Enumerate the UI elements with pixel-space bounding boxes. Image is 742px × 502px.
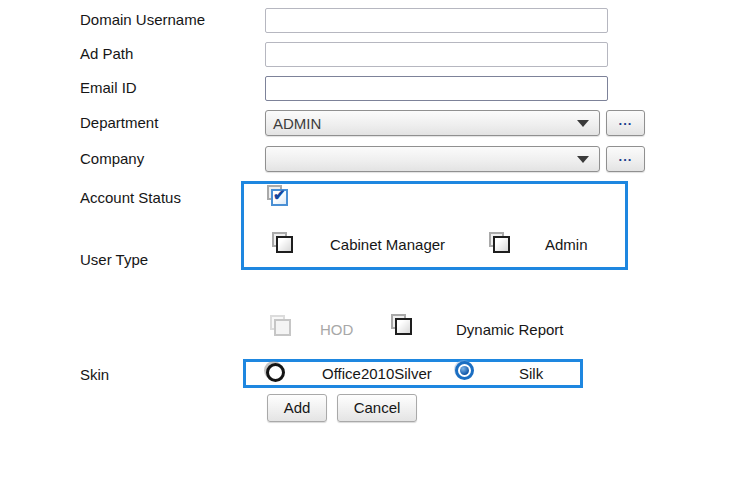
account-status-checkbox[interactable]: ✔: [267, 185, 290, 208]
cabinet-manager-checkbox[interactable]: [272, 232, 295, 255]
skin-label: Skin: [80, 366, 109, 383]
user-form: Domain Username Ad Path Email ID Departm…: [0, 0, 742, 502]
company-label: Company: [80, 150, 144, 167]
user-type-label: User Type: [80, 251, 148, 268]
check-icon: ✔: [273, 186, 286, 204]
cancel-button[interactable]: Cancel: [337, 394, 417, 422]
company-browse-button[interactable]: ...: [606, 146, 645, 172]
company-dropdown[interactable]: [265, 146, 600, 172]
hod-label: HOD: [320, 321, 353, 338]
domain-username-label: Domain Username: [80, 11, 205, 28]
department-browse-button[interactable]: ...: [606, 110, 645, 136]
email-id-label: Email ID: [80, 79, 137, 96]
admin-label: Admin: [545, 236, 588, 253]
domain-username-input[interactable]: [265, 8, 608, 33]
department-selected-value: ADMIN: [266, 115, 577, 132]
ad-path-label: Ad Path: [80, 45, 133, 62]
skin-office2010silver-label: Office2010Silver: [322, 365, 432, 382]
admin-checkbox[interactable]: [489, 232, 512, 255]
account-status-label: Account Status: [80, 189, 181, 206]
chevron-down-icon: [577, 156, 589, 163]
ad-path-input[interactable]: [265, 42, 608, 67]
skin-silk-label: Silk: [519, 365, 543, 382]
account-usertype-highlight-box: [241, 181, 628, 270]
dynamic-report-label: Dynamic Report: [456, 321, 564, 338]
skin-office2010silver-radio[interactable]: [266, 363, 285, 382]
cabinet-manager-label: Cabinet Manager: [330, 236, 445, 253]
department-dropdown[interactable]: ADMIN: [265, 110, 600, 136]
dynamic-report-checkbox[interactable]: [391, 314, 414, 337]
add-button[interactable]: Add: [267, 394, 327, 422]
chevron-down-icon: [577, 120, 589, 127]
hod-checkbox: [270, 315, 293, 338]
department-label: Department: [80, 114, 158, 131]
email-id-input[interactable]: [265, 76, 608, 101]
skin-silk-radio[interactable]: [455, 361, 474, 380]
